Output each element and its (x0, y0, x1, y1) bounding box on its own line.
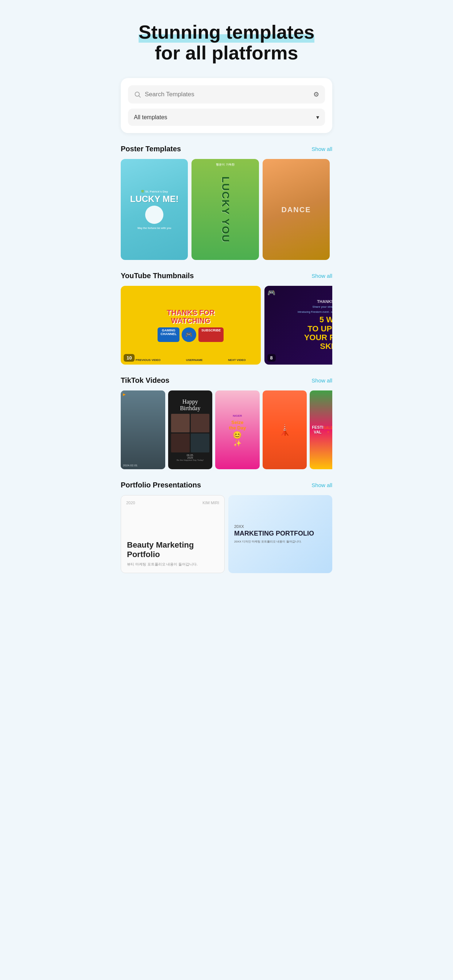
poster-dance-label: DANCE (281, 205, 311, 214)
search-bar-container: ⚙ (128, 85, 325, 103)
youtube-section-title: YouTube Thumbnails (121, 272, 194, 280)
tt3-title: NIGER (231, 412, 244, 420)
tt5-festival-text: FESTIVAL (312, 425, 323, 434)
tiktok-section-header: TikTok Videos Show all (121, 376, 332, 385)
search-panel: ⚙ All templates ▾ (121, 78, 332, 133)
hero-title-line2: for all platforms (155, 42, 298, 64)
yt2-intro-text: Introducing Firestorm event - survive th… (298, 310, 332, 313)
poster-lucky-me-text: LUCKY ME! (130, 195, 179, 204)
portfolio-section-title: Portfolio Presentations (121, 481, 201, 489)
poster-section-header: Poster Templates Show all (121, 145, 332, 153)
tt2-photo-grid (171, 414, 210, 452)
youtube-card-watching[interactable]: THANKS FORWATCHING GAMINGCHANNEL 🎮 SUBSC… (121, 286, 261, 364)
youtube-show-all-link[interactable]: Show all (311, 273, 332, 279)
yt-next-label: NEXT VIDEO (228, 358, 246, 362)
search-icon (134, 91, 141, 98)
poster-card-lucky-me[interactable]: 🍀 St. Patrick's Day LUCKY ME! May the fo… (121, 159, 188, 260)
tt2-photo-3 (171, 433, 190, 452)
hero-title: Stunning templates for all platforms (124, 22, 329, 64)
poster-lucky-you-text: LUCKY YOU (220, 177, 231, 243)
portfolio-card-beauty[interactable]: 2020 KIM MIRI Beauty Marketing Portfolio… (121, 495, 225, 573)
cloud-decoration (145, 205, 163, 224)
tiktok-section-title: TikTok Videos (121, 376, 169, 385)
tiktok-grid: 2024.02.01 ▶ HappyBirthday 09.05.2025 Be… (121, 390, 332, 469)
yt-badge-gaming: GAMINGCHANNEL (158, 328, 179, 342)
portfolio-section: Portfolio Presentations Show all 2020 KI… (113, 481, 340, 573)
filter-icon: ⚙ (313, 91, 319, 99)
tt1-background: 2024.02.01 ▶ (121, 390, 165, 469)
portfolio-card-marketing[interactable]: 20XX MARKETING PORTFOLIO 20XX 디자인 마케팅 포트… (228, 495, 332, 573)
port2-year: 20XX (234, 524, 327, 529)
yt-bottom-bar: PREVIOUS VIDEO USERNAME NEXT VIDEO (121, 358, 261, 362)
hero-title-line1: Stunning templates (139, 22, 314, 43)
poster-templates-section: Poster Templates Show all 🍀 St. Patrick'… (113, 145, 340, 260)
tiktok-card-birthday[interactable]: HappyBirthday 09.05.2025 Be the Happiest… (168, 390, 213, 469)
tt1-badge: ▶ (123, 393, 126, 396)
poster-badge: 🍀 St. Patrick's Day (141, 190, 168, 193)
yt-badge-subscribe: SUBSCRIBE (198, 328, 223, 342)
svg-point-0 (135, 92, 139, 97)
template-type-dropdown[interactable]: All templates ▾ (128, 109, 325, 126)
portfolio-show-all-link[interactable]: Show all (311, 482, 332, 488)
port1-subtitle: 뷰티 마케팅 포트폴리오 내용이 들어갑니다. (127, 562, 219, 567)
tt2-happy-text: HappyBirthday (180, 398, 200, 412)
yt2-main-text: 5 WAYSTO UPGRADEYOUR PLAYINGSKILLS (304, 315, 332, 351)
tiktok-card-eiffel[interactable]: 🗼 (263, 390, 307, 469)
yt-badges-row: GAMINGCHANNEL 🎮 SUBSCRIBE (158, 328, 223, 342)
tt3-smiley: 😊 (233, 431, 242, 439)
port1-name: KIM MIRI (203, 501, 219, 505)
yt-prev-label: PREVIOUS VIDEO (136, 358, 161, 362)
tt1-date: 2024.02.01 (123, 464, 137, 467)
tt3-seize-text: Seizethe Day (229, 420, 246, 431)
port1-year: 2020 (126, 501, 135, 505)
tt2-date-text: 09.05.2025 (187, 454, 194, 459)
poster-lucky-you-sub: 행운이 가득한 (216, 162, 234, 167)
poster-grid: 🍀 St. Patrick's Day LUCKY ME! May the fo… (121, 159, 332, 260)
yt-thanks-watching-text: THANKS FORWATCHING (167, 309, 214, 325)
chevron-down-icon: ▾ (316, 114, 319, 121)
port2-subtitle: 20XX 디자인 마케팅 포트폴리오 내용이 들어갑니다. (234, 539, 327, 544)
youtube-card-upgrade[interactable]: THANKS FOR W... Share your strategies in… (265, 286, 332, 364)
tiktok-card-festival[interactable]: FESTIVAL SALE » Chance to win summer clo… (309, 390, 332, 469)
poster-card-dance[interactable]: DANCE (263, 159, 330, 260)
search-input[interactable] (145, 91, 309, 98)
tiktok-videos-section: TikTok Videos Show all 2024.02.01 ▶ Happ… (113, 376, 340, 469)
yt2-game-icon: 🎮 (267, 289, 275, 297)
tt2-photo-4 (191, 433, 209, 452)
tiktok-show-all-link[interactable]: Show all (311, 377, 332, 383)
poster-sub-text: May the fortune be with you (137, 227, 171, 229)
tt3-star: ✨ (233, 439, 241, 447)
tt4-eiffel: 🗼 (263, 390, 307, 469)
tt5-sale-text: SALE » (324, 426, 332, 434)
yt2-sub-text: Share your strategies in the con... (313, 305, 332, 309)
poster-section-title: Poster Templates (121, 145, 181, 153)
port1-title: Beauty Marketing Portfolio (127, 540, 219, 560)
tiktok-card-seize[interactable]: NIGER Seizethe Day 😊 ✨ (215, 390, 260, 469)
yt-count-2: 8 (267, 354, 276, 362)
portfolio-grid: 2020 KIM MIRI Beauty Marketing Portfolio… (121, 495, 332, 573)
tt2-photo-1 (171, 414, 190, 433)
dropdown-label: All templates (134, 114, 167, 121)
tt2-photo-2 (191, 414, 209, 433)
tiktok-card-outdoor[interactable]: 2024.02.01 ▶ (121, 390, 165, 469)
tt2-sub: Be the Happiest Day Today! (177, 459, 204, 461)
youtube-section-header: YouTube Thumbnails Show all (121, 272, 332, 280)
yt-username-label: USERNAME (186, 358, 203, 362)
youtube-grid: THANKS FORWATCHING GAMINGCHANNEL 🎮 SUBSC… (121, 286, 332, 364)
filter-button[interactable]: ⚙ (313, 91, 319, 99)
yt-count-1: 10 (124, 354, 135, 362)
yt-controller-icon: 🎮 (182, 328, 196, 342)
poster-show-all-link[interactable]: Show all (311, 146, 332, 152)
yt2-top-text: THANKS FOR W... (317, 299, 332, 304)
port2-title: MARKETING PORTFOLIO (234, 530, 327, 538)
portfolio-section-header: Portfolio Presentations Show all (121, 481, 332, 489)
hero-section: Stunning templates for all platforms (113, 0, 340, 78)
youtube-thumbnails-section: YouTube Thumbnails Show all THANKS FORWA… (113, 272, 340, 364)
poster-card-lucky-you[interactable]: LUCKY YOU 행운이 가득한 (191, 159, 258, 260)
svg-line-1 (139, 96, 141, 98)
